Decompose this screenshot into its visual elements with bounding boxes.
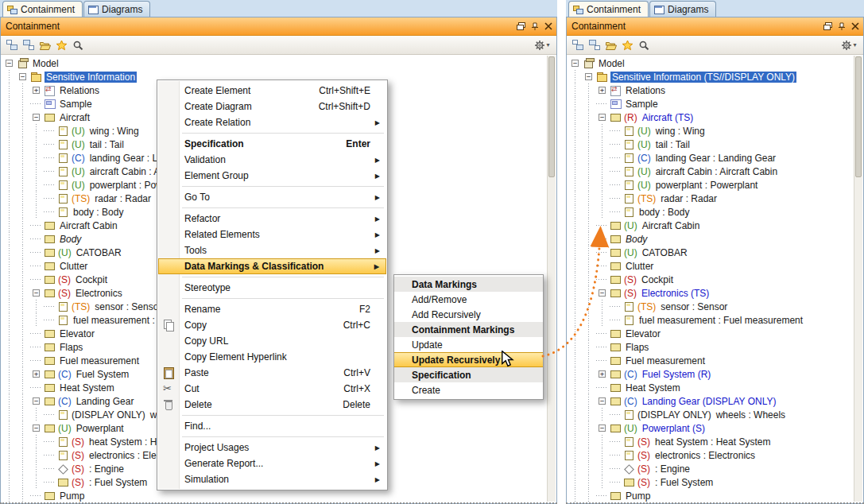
tree-item[interactable]: (S)heat System : Heat System bbox=[569, 435, 863, 448]
menu-item-delete[interactable]: DeleteDelete bbox=[158, 397, 386, 413]
tab-diagrams[interactable]: Diagrams bbox=[83, 1, 150, 17]
menu-item-simulation[interactable]: Simulation▶ bbox=[158, 471, 386, 487]
tree-item[interactable]: (U)wing : Wing bbox=[569, 124, 863, 138]
tree-item[interactable]: Pump bbox=[569, 489, 863, 502]
close-icon[interactable] bbox=[849, 21, 861, 33]
tab-containment[interactable]: Containment bbox=[2, 1, 83, 17]
tree-item[interactable]: −(S)Electronics (TS) bbox=[569, 286, 863, 300]
close-icon[interactable] bbox=[542, 21, 554, 33]
open-folder-icon[interactable] bbox=[602, 37, 619, 53]
expand-toggle[interactable]: − bbox=[19, 73, 26, 80]
tree-item[interactable]: (DISPLAY ONLY)wheels : Wheels bbox=[569, 408, 863, 421]
menu-item-go-to[interactable]: Go To▶ bbox=[158, 189, 386, 205]
expand-toggle[interactable]: − bbox=[599, 397, 606, 405]
tree-item[interactable]: Heat System bbox=[569, 381, 863, 394]
tree-item[interactable]: (S): Engine bbox=[569, 462, 863, 475]
submenu-item-add-remove[interactable]: Add/Remove bbox=[394, 292, 543, 307]
expand-toggle[interactable]: + bbox=[33, 87, 40, 94]
tree-item[interactable]: (U)powerplant : Powerplant bbox=[569, 178, 863, 192]
tree-item[interactable]: (S): Fuel System bbox=[569, 475, 863, 489]
menu-item-create-relation[interactable]: Create Relation▶ bbox=[158, 114, 386, 130]
tree-item[interactable]: +Relations bbox=[569, 83, 863, 97]
menu-item-generate-report[interactable]: Generate Report...▶ bbox=[158, 456, 386, 471]
tree-item[interactable]: −(U)Powerplant (S) bbox=[569, 421, 863, 435]
expand-toggle[interactable]: − bbox=[33, 397, 40, 405]
tree-item[interactable]: Elevator bbox=[569, 327, 863, 340]
menu-item-project-usages[interactable]: Project Usages▶ bbox=[158, 440, 386, 456]
tab-containment[interactable]: Containment bbox=[568, 1, 649, 17]
tree-item[interactable]: Clutter bbox=[569, 259, 863, 273]
tree-item[interactable]: fuel measurement : Fuel measurement bbox=[569, 313, 863, 327]
expand-toggle[interactable]: − bbox=[599, 425, 606, 432]
tree-item[interactable]: (TS)sensor : Sensor bbox=[569, 300, 863, 313]
tree-item[interactable]: +(C)Fuel System (R) bbox=[569, 367, 863, 381]
tree-item[interactable]: Sample bbox=[569, 97, 863, 110]
tree-item[interactable]: body : Body bbox=[569, 205, 863, 219]
expand-toggle[interactable]: − bbox=[599, 289, 606, 297]
expand-toggle[interactable]: − bbox=[33, 425, 40, 432]
menu-item-rename[interactable]: RenameF2 bbox=[158, 301, 386, 317]
favorites-icon[interactable] bbox=[619, 37, 636, 53]
expand-toggle[interactable]: − bbox=[33, 114, 40, 121]
tree-item[interactable]: (S)electronics : Electronics bbox=[569, 448, 863, 462]
search-icon[interactable] bbox=[636, 37, 653, 53]
pin-icon[interactable] bbox=[529, 21, 540, 33]
tree-item[interactable]: Body bbox=[569, 232, 863, 246]
expand-toggle[interactable]: − bbox=[585, 73, 592, 80]
tree-item[interactable]: (S)Cockpit bbox=[569, 273, 863, 286]
tree-item[interactable]: (U)CATOBAR bbox=[569, 246, 863, 259]
menu-item-copy[interactable]: CopyCtrl+C bbox=[158, 317, 386, 333]
menu-item-copy-element-hyperlink[interactable]: Copy Element Hyperlink bbox=[158, 349, 386, 365]
vertical-scrollbar[interactable] bbox=[854, 56, 862, 502]
submenu-item-create[interactable]: Create bbox=[394, 382, 543, 397]
vertical-scrollbar[interactable] bbox=[547, 56, 556, 502]
menu-item-refactor[interactable]: Refactor▶ bbox=[158, 211, 386, 227]
submenu-item-update[interactable]: Update bbox=[394, 337, 543, 352]
tree-item[interactable]: −Model bbox=[3, 56, 556, 70]
menu-item-create-diagram[interactable]: Create DiagramCtrl+Shift+D bbox=[158, 99, 386, 114]
expand-toggle[interactable]: − bbox=[6, 60, 13, 67]
tree-item[interactable]: (TS)radar : Radar bbox=[569, 192, 863, 205]
options-menu-button[interactable]: ▾ bbox=[530, 37, 554, 53]
expand-toggle[interactable]: − bbox=[33, 289, 40, 297]
tree-item[interactable]: −Model bbox=[569, 56, 863, 70]
tree-item[interactable]: Fuel measurement bbox=[569, 354, 863, 367]
menu-item-related-elements[interactable]: Related Elements▶ bbox=[158, 227, 386, 242]
submenu-item-update-recursively[interactable]: Update Recursively bbox=[394, 352, 543, 367]
submenu-item-add-recursively[interactable]: Add Recursively bbox=[394, 307, 543, 322]
favorites-icon[interactable] bbox=[53, 37, 70, 53]
tree-item[interactable]: Flaps bbox=[569, 340, 863, 354]
search-icon[interactable] bbox=[70, 37, 87, 53]
menu-item-copy-url[interactable]: Copy URL bbox=[158, 333, 386, 349]
tree-item[interactable]: (C)landing Gear : Landing Gear bbox=[569, 151, 863, 165]
menu-item-element-group[interactable]: Element Group▶ bbox=[158, 168, 386, 184]
menu-item-stereotype[interactable]: Stereotype bbox=[158, 280, 386, 296]
tree-item[interactable]: −Sensitive Information (TS//DISPLAY ONLY… bbox=[569, 70, 863, 83]
menu-item-create-element[interactable]: Create ElementCtrl+Shift+E bbox=[158, 83, 386, 99]
menu-item-tools[interactable]: Tools▶ bbox=[158, 242, 386, 258]
scrollbar-thumb[interactable] bbox=[855, 56, 862, 177]
tree-item[interactable]: (U)aircraft Cabin : Aircraft Cabin bbox=[569, 165, 863, 178]
expand-toggle[interactable]: + bbox=[33, 370, 40, 378]
expand-toggle[interactable]: − bbox=[599, 114, 606, 121]
menu-item-paste[interactable]: PasteCtrl+V bbox=[158, 365, 386, 381]
menu-item-find[interactable]: Find... bbox=[158, 418, 386, 434]
collapse-all-icon[interactable] bbox=[20, 37, 37, 53]
float-icon[interactable] bbox=[515, 21, 527, 33]
collapse-all-icon[interactable] bbox=[586, 37, 602, 53]
expand-all-icon[interactable] bbox=[569, 37, 586, 53]
scrollbar-thumb[interactable] bbox=[548, 56, 555, 177]
tab-diagrams[interactable]: Diagrams bbox=[649, 1, 716, 17]
open-folder-icon[interactable] bbox=[37, 37, 53, 53]
tree-item[interactable]: (U)tail : Tail bbox=[569, 138, 863, 151]
pin-icon[interactable] bbox=[835, 21, 847, 33]
menu-item-validation[interactable]: Validation▶ bbox=[158, 152, 386, 168]
expand-toggle[interactable]: − bbox=[571, 60, 579, 67]
menu-item-data-markings-classification[interactable]: Data Markings & Classification▶ bbox=[158, 258, 386, 274]
options-menu-button[interactable]: ▾ bbox=[837, 37, 861, 53]
expand-toggle[interactable]: + bbox=[599, 87, 606, 94]
expand-toggle[interactable]: + bbox=[599, 370, 606, 378]
float-icon[interactable] bbox=[822, 21, 834, 33]
tree-item[interactable]: Pump bbox=[3, 489, 556, 502]
expand-all-icon[interactable] bbox=[3, 37, 20, 53]
